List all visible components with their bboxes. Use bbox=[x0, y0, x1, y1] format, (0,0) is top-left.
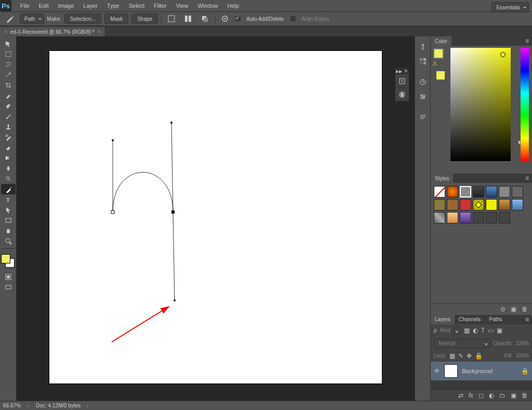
shape-button[interactable]: Shape bbox=[131, 14, 158, 24]
menu-view[interactable]: View bbox=[171, 3, 193, 9]
info-icon[interactable]: i bbox=[395, 88, 409, 101]
crop-tool[interactable] bbox=[1, 80, 16, 90]
new-layer-icon[interactable]: ▣ bbox=[511, 392, 516, 399]
history-brush-tool[interactable] bbox=[1, 132, 16, 142]
filter-adj-icon[interactable]: ◐ bbox=[473, 327, 478, 334]
blend-mode-select[interactable]: Normal bbox=[434, 339, 490, 348]
marquee-tool[interactable] bbox=[1, 49, 16, 59]
doc-tab[interactable]: × ed-1-Recovered @ 66.7% (RGB/8) * × bbox=[0, 27, 105, 36]
pen-tool-icon[interactable] bbox=[3, 13, 17, 24]
color-field[interactable] bbox=[450, 48, 511, 161]
fill-value[interactable]: 100% bbox=[515, 353, 529, 359]
mask-button[interactable]: Mask bbox=[104, 14, 128, 24]
layer-row[interactable]: 👁 Background 🔒 bbox=[431, 362, 532, 380]
style-swatch[interactable] bbox=[473, 186, 484, 197]
adjustment-icon[interactable]: ◐ bbox=[489, 392, 494, 399]
collapse-icon[interactable]: ▸▸ bbox=[396, 68, 402, 75]
filter-pixel-icon[interactable]: ▦ bbox=[464, 327, 470, 334]
hue-slider[interactable] bbox=[521, 48, 529, 161]
styles-tab[interactable]: Styles bbox=[431, 174, 453, 183]
workspace-select[interactable]: Essentials bbox=[491, 2, 529, 12]
selection-button[interactable]: Selection... bbox=[64, 14, 101, 24]
style-swatch[interactable] bbox=[512, 199, 523, 210]
mode-select[interactable]: Path bbox=[20, 14, 44, 24]
wand-tool[interactable] bbox=[1, 70, 16, 80]
style-swatch[interactable] bbox=[473, 212, 484, 223]
style-swatch[interactable] bbox=[434, 199, 445, 210]
blur-tool[interactable] bbox=[1, 163, 16, 174]
align-edges-checkbox[interactable] bbox=[290, 16, 296, 22]
brush-tool[interactable] bbox=[1, 111, 16, 122]
delete-layer-icon[interactable]: 🗑 bbox=[522, 392, 528, 399]
color-fg-swatch[interactable] bbox=[433, 48, 444, 59]
channels-tab[interactable]: Channels bbox=[455, 315, 485, 324]
style-swatch[interactable] bbox=[499, 186, 510, 197]
lock-trans-icon[interactable]: ▦ bbox=[449, 352, 455, 360]
canvas[interactable] bbox=[49, 51, 382, 383]
style-swatch[interactable] bbox=[447, 199, 458, 210]
menu-filter[interactable]: Filter bbox=[149, 3, 171, 9]
rectangle-tool[interactable] bbox=[1, 215, 16, 226]
properties-icon[interactable] bbox=[395, 74, 409, 88]
gear-icon[interactable] bbox=[218, 13, 232, 24]
style-swatch[interactable] bbox=[434, 186, 445, 197]
style-swatch[interactable] bbox=[460, 186, 471, 197]
style-swatch[interactable] bbox=[499, 199, 510, 210]
heal-tool[interactable] bbox=[1, 101, 16, 111]
style-swatch[interactable] bbox=[499, 212, 510, 223]
mask-icon[interactable]: ◻ bbox=[478, 392, 484, 399]
filter-kind[interactable]: Kind bbox=[440, 327, 450, 333]
lock-pos-icon[interactable]: ✥ bbox=[467, 352, 472, 360]
screenmode-tool[interactable] bbox=[1, 282, 16, 293]
color-swatches[interactable] bbox=[0, 254, 16, 272]
visibility-icon[interactable]: 👁 bbox=[434, 367, 440, 375]
doc-tab-extra-close[interactable]: × bbox=[4, 29, 7, 35]
move-tool[interactable] bbox=[1, 38, 16, 49]
lock-all-icon[interactable]: 🔒 bbox=[475, 352, 483, 360]
zoom-tool[interactable] bbox=[1, 236, 16, 246]
style-swatch[interactable] bbox=[512, 186, 523, 197]
style-swatch[interactable] bbox=[447, 186, 458, 197]
lock-paint-icon[interactable]: ✎ bbox=[458, 352, 463, 360]
layers-tab[interactable]: Layers bbox=[431, 315, 455, 324]
eraser-tool[interactable] bbox=[1, 142, 16, 153]
menu-layer[interactable]: Layer bbox=[78, 3, 102, 9]
paragraph-icon[interactable] bbox=[415, 110, 430, 125]
color-bg-swatch[interactable] bbox=[436, 71, 445, 80]
lasso-tool[interactable] bbox=[1, 59, 16, 70]
menu-type[interactable]: Type bbox=[102, 3, 124, 9]
close-mini-icon[interactable]: × bbox=[404, 68, 408, 75]
new-style-icon[interactable]: ▣ bbox=[511, 306, 516, 313]
layer-thumb[interactable] bbox=[444, 364, 458, 378]
swatches-icon[interactable] bbox=[415, 54, 430, 69]
style-swatch[interactable] bbox=[486, 199, 497, 210]
filter-smart-icon[interactable]: ▣ bbox=[497, 327, 502, 334]
menu-image[interactable]: Image bbox=[54, 3, 79, 9]
adjustments-icon[interactable] bbox=[415, 75, 430, 89]
hand-tool[interactable] bbox=[1, 226, 16, 236]
type-tool[interactable]: T bbox=[1, 194, 16, 205]
zoom-value[interactable]: 66.67% bbox=[3, 403, 21, 408]
quickmask-tool[interactable] bbox=[1, 272, 16, 282]
auto-add-delete-checkbox[interactable] bbox=[235, 16, 241, 22]
layer-name[interactable]: Background bbox=[462, 368, 517, 374]
no-icon[interactable]: ⊘ bbox=[500, 306, 506, 313]
style-swatch[interactable] bbox=[434, 212, 445, 223]
path-select-tool[interactable] bbox=[1, 205, 16, 215]
pen-tool[interactable] bbox=[1, 184, 16, 194]
gradient-tool[interactable] bbox=[1, 153, 16, 163]
style-swatch[interactable] bbox=[486, 212, 497, 223]
path-align-icon[interactable] bbox=[181, 13, 195, 24]
menu-edit[interactable]: Edit bbox=[34, 3, 54, 9]
fx-icon[interactable]: fx bbox=[469, 392, 473, 399]
menu-select[interactable]: Select bbox=[124, 3, 150, 9]
style-swatch[interactable] bbox=[447, 212, 458, 223]
opacity-value[interactable]: 100% bbox=[515, 340, 529, 346]
style-swatch[interactable] bbox=[473, 199, 484, 210]
style-swatch[interactable] bbox=[460, 212, 471, 223]
filter-type-icon[interactable]: T bbox=[481, 327, 485, 334]
style-swatch[interactable] bbox=[460, 199, 471, 210]
style-swatch[interactable] bbox=[486, 186, 497, 197]
panel-menu-icon[interactable]: ≡ bbox=[522, 175, 532, 182]
menu-help[interactable]: Help bbox=[222, 3, 244, 9]
